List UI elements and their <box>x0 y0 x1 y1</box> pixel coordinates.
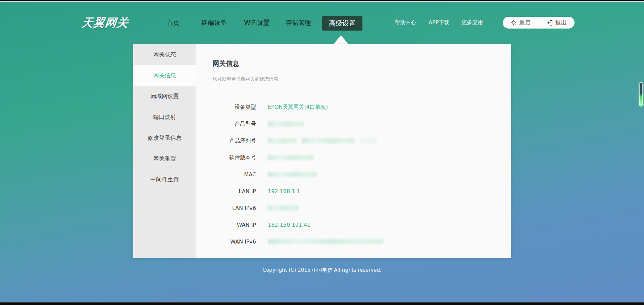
nav-tab-advanced[interactable]: 高级设置 <box>322 16 362 31</box>
link-more-apps[interactable]: 更多应用 <box>461 19 483 26</box>
logout-button[interactable]: 退出 <box>539 17 575 29</box>
page-title: 网关信息 <box>212 59 494 68</box>
sidebar-item-gateway-reset[interactable]: 网关重置 <box>133 148 196 169</box>
redacted-value <box>268 138 377 143</box>
info-row-serial-number: 产品序列号 <box>212 132 494 149</box>
row-label: WAN IP <box>212 222 256 228</box>
row-label: 产品型号 <box>212 121 256 128</box>
info-rows: 设备类型 EPON天翼网关(4口单频) 产品型号 产品序列号 软件版 <box>212 99 494 250</box>
row-label: WAN IPv6 <box>212 238 256 245</box>
row-label: 产品序列号 <box>212 137 256 144</box>
scroll-indicator[interactable] <box>639 82 643 106</box>
sidebar-item-gateway-status[interactable]: 网关状态 <box>133 44 196 65</box>
sidebar-item-lan-settings[interactable]: 局域网设置 <box>133 86 196 106</box>
sidebar-item-middleware-reset[interactable]: 中间件重置 <box>133 169 196 190</box>
nav-tab-devices[interactable]: 终端设备 <box>201 18 227 27</box>
content-area: 网关信息 您可以查看当前网关的状态信息 设备类型 EPON天翼网关(4口单频) … <box>196 44 511 258</box>
sidebar-item-gateway-info[interactable]: 网关信息 <box>133 65 196 86</box>
row-value: 192.168.1.1 <box>268 188 300 194</box>
redacted-value <box>268 121 304 127</box>
row-label: 软件版本号 <box>212 154 256 161</box>
logout-button-label: 退出 <box>555 19 567 27</box>
header-action-buttons: 重启 退出 <box>503 17 575 29</box>
redacted-value <box>268 239 384 244</box>
nav-tab-home[interactable]: 首页 <box>167 18 180 27</box>
app-logo: 天翼网关 <box>81 15 146 31</box>
page-subtitle: 您可以查看当前网关的状态信息 <box>212 76 494 82</box>
nav-tab-wifi[interactable]: WiFi设置 <box>244 18 269 27</box>
content-divider <box>212 89 494 89</box>
row-value: 182.150.191.41 <box>268 222 310 228</box>
redacted-value <box>268 155 314 160</box>
nav-tab-storage[interactable]: 存储管理 <box>286 18 311 27</box>
row-label: 设备类型 <box>212 104 256 111</box>
info-row-wan-ip: WAN IP 182.150.191.41 <box>212 216 494 233</box>
restart-button[interactable]: 重启 <box>503 17 539 29</box>
main-panel: 网关状态 网关信息 局域网设置 端口映射 修改登录信息 网关重置 中间件重置 网… <box>133 44 511 258</box>
active-tab-pointer <box>334 35 348 44</box>
sidebar: 网关状态 网关信息 局域网设置 端口映射 修改登录信息 网关重置 中间件重置 <box>133 44 196 258</box>
sidebar-item-login-info[interactable]: 修改登录信息 <box>133 127 196 148</box>
row-label: LAN IP <box>212 188 256 194</box>
info-row-product-model: 产品型号 <box>212 116 494 132</box>
sidebar-item-port-mapping[interactable]: 端口映射 <box>133 106 196 127</box>
window-chrome-bottom <box>0 302 644 305</box>
spinner-icon <box>511 20 516 26</box>
redacted-value <box>268 205 299 211</box>
restart-button-label: 重启 <box>519 19 531 27</box>
link-app-download[interactable]: APP下载 <box>429 19 449 26</box>
logout-icon <box>547 20 553 26</box>
link-help-center[interactable]: 帮助中心 <box>395 19 416 26</box>
info-row-lan-ip: LAN IP 192.168.1.1 <box>212 183 494 200</box>
row-label: MAC <box>212 171 256 178</box>
info-row-mac: MAC <box>212 166 494 183</box>
info-row-wan-ipv6: WAN IPv6 <box>212 233 494 250</box>
row-label: LAN IPv6 <box>212 205 256 211</box>
row-value: EPON天翼网关(4口单频) <box>268 104 328 111</box>
page-background: 天翼网关 首页 终端设备 WiFi设置 存储管理 高级设置 帮助中心 APP下载… <box>0 2 644 302</box>
info-row-device-type: 设备类型 EPON天翼网关(4口单频) <box>212 99 494 116</box>
info-row-software-version: 软件版本号 <box>212 149 494 166</box>
redacted-value <box>268 172 317 177</box>
copyright-text: Copyright (C) 2015 中国电信 All rights reser… <box>0 267 644 273</box>
info-row-lan-ipv6: LAN IPv6 <box>212 200 494 216</box>
